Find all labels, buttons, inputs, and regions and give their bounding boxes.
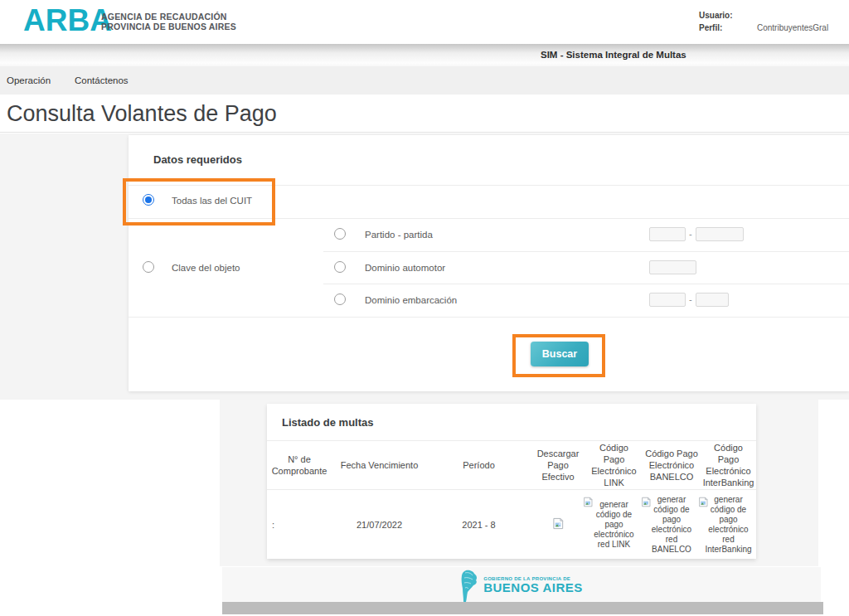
form-section-title: Datos requeridos bbox=[153, 153, 242, 166]
generar-codigo-banelco[interactable]: generar código de pago electrónico red B… bbox=[645, 494, 698, 555]
radio-dominio-automotor-label[interactable]: Dominio automotor bbox=[365, 263, 445, 273]
results-card: Listado de multas N° de Comprobante Fech… bbox=[267, 404, 756, 559]
radio-dominio-automotor[interactable] bbox=[334, 261, 346, 273]
sim-title: SIM - Sistema Integral de Multas bbox=[541, 50, 686, 60]
col-header-interbanking: Código Pago Electrónico InterBanking bbox=[701, 441, 756, 489]
generar-codigo-interbanking[interactable]: generar código de pago electrónico red I… bbox=[703, 494, 754, 555]
divider bbox=[129, 218, 849, 219]
cell-vencimiento: 21/07/2022 bbox=[332, 490, 427, 559]
cell-link: generar código de pago electrónico red L… bbox=[585, 490, 643, 559]
nav-item-contactenos[interactable]: Contáctenos bbox=[75, 66, 129, 95]
org-name-line1: AGENCIA DE RECAUDACIÓN bbox=[101, 12, 236, 22]
user-info: Usuario: Perfil: ContribuyentesGral bbox=[699, 9, 828, 34]
nav-item-operacion[interactable]: Operación bbox=[7, 66, 51, 95]
user-label: Usuario: bbox=[699, 11, 757, 20]
page-root: ARBA AGENCIA DE RECAUDACIÓN PROVINCIA DE… bbox=[0, 0, 849, 616]
radio-dominio-embarcacion[interactable] bbox=[334, 293, 346, 305]
partido-separator: - bbox=[689, 229, 692, 239]
divider bbox=[129, 185, 849, 186]
radio-clave-objeto-label[interactable]: Clave del objeto bbox=[172, 263, 240, 273]
results-title: Listado de multas bbox=[282, 416, 374, 429]
cell-comprobante: : bbox=[267, 490, 332, 559]
cell-pago-efectivo bbox=[531, 490, 585, 559]
col-header-comprobante: N° de Comprobante bbox=[267, 441, 332, 489]
radio-todas-cuit[interactable] bbox=[143, 194, 154, 206]
gov-line2: BUENOS AIRES bbox=[483, 581, 583, 594]
dominio-automotor-input[interactable] bbox=[649, 260, 696, 274]
cell-interbanking: generar código de pago electrónico red I… bbox=[701, 490, 756, 559]
col-header-banelco: Código Pago Electrónico BANELCO bbox=[643, 441, 701, 489]
profile-value: ContribuyentesGral bbox=[757, 23, 828, 32]
top-header: ARBA AGENCIA DE RECAUDACIÓN PROVINCIA DE… bbox=[0, 0, 849, 44]
radio-todas-cuit-label[interactable]: Todas las del CUIT bbox=[172, 196, 252, 206]
buscar-button[interactable]: Buscar bbox=[531, 342, 589, 366]
profile-label: Perfil: bbox=[699, 23, 757, 32]
org-name-line2: PROVINCIA DE BUENOS AIRES bbox=[101, 22, 236, 32]
broken-image-icon[interactable] bbox=[552, 517, 565, 532]
partido-input[interactable] bbox=[649, 227, 686, 241]
broken-image-icon[interactable] bbox=[641, 497, 652, 510]
table-header-row: N° de Comprobante Fecha Vencimiento Perí… bbox=[267, 440, 756, 489]
page-title: Consulta Volantes de Pago bbox=[7, 95, 277, 133]
divider bbox=[129, 317, 849, 318]
col-header-periodo: Período bbox=[427, 441, 531, 489]
dominio-embarcacion-input-2[interactable] bbox=[696, 293, 729, 307]
dominio-embarcacion-input-1[interactable] bbox=[649, 293, 686, 307]
divider bbox=[323, 251, 849, 252]
broken-image-icon[interactable] bbox=[698, 497, 709, 510]
footer-bottom-bar bbox=[222, 602, 823, 614]
radio-partido-partida-label[interactable]: Partido - partida bbox=[365, 230, 433, 240]
generar-codigo-link[interactable]: generar código de pago electrónico red L… bbox=[588, 499, 640, 550]
col-header-link: Código Pago Electrónico LINK bbox=[585, 441, 643, 489]
form-panel: Datos requeridos Todas las del CUIT Clav… bbox=[129, 135, 849, 391]
arba-logo[interactable]: ARBA bbox=[23, 3, 112, 38]
footer-band: GOBIERNO DE LA PROVINCIA DE BUENOS AIRES bbox=[222, 567, 821, 602]
broken-image-icon[interactable] bbox=[583, 497, 594, 510]
embarcacion-separator: - bbox=[689, 294, 692, 304]
radio-partido-partida[interactable] bbox=[334, 228, 346, 240]
col-header-pago-efectivo: Descargar Pago Efectivo bbox=[531, 441, 585, 489]
partida-input[interactable] bbox=[696, 227, 744, 241]
title-section: Consulta Volantes de Pago bbox=[0, 95, 849, 133]
sim-bar: SIM - Sistema Integral de Multas bbox=[0, 44, 849, 66]
cell-banelco: generar código de pago electrónico red B… bbox=[643, 490, 701, 559]
radio-dominio-embarcacion-label[interactable]: Dominio embarcación bbox=[365, 295, 457, 305]
table-row: : 21/07/2022 2021 - 8 generar código de … bbox=[267, 489, 756, 559]
org-name: AGENCIA DE RECAUDACIÓN PROVINCIA DE BUEN… bbox=[101, 12, 236, 32]
divider bbox=[323, 284, 849, 284]
gobierno-provincia-logo: GOBIERNO DE LA PROVINCIA DE BUENOS AIRES bbox=[460, 561, 583, 608]
nav-bar: Operación Contáctenos bbox=[0, 66, 849, 95]
radio-clave-objeto[interactable] bbox=[143, 261, 154, 273]
col-header-vencimiento: Fecha Vencimiento bbox=[332, 441, 427, 489]
cell-periodo: 2021 - 8 bbox=[427, 490, 531, 559]
